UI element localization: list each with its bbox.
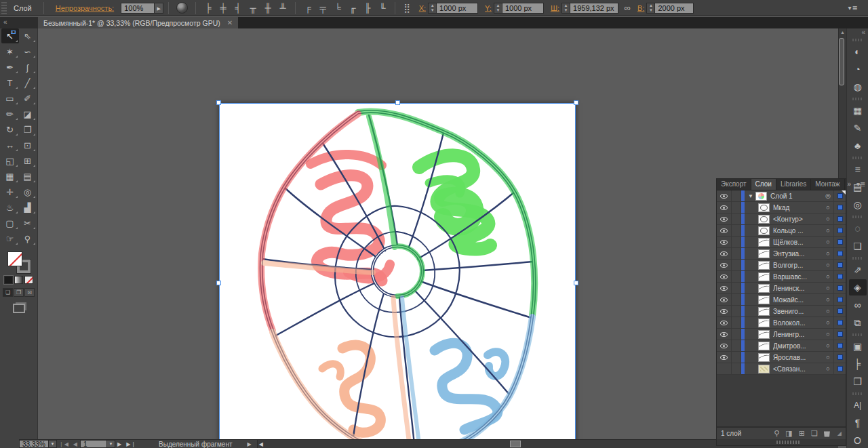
vertical-scroll-thumb[interactable] xyxy=(839,38,844,85)
target-circle-icon[interactable]: ○ xyxy=(823,342,833,349)
layer-name[interactable]: Ленинск... xyxy=(773,285,823,292)
last-artboard-icon[interactable]: ▶❘ xyxy=(126,441,136,447)
align-icon[interactable]: ╞ xyxy=(849,356,867,372)
lock-toggle[interactable] xyxy=(732,283,741,293)
dock-drag-handle[interactable] xyxy=(852,333,863,336)
line-segment-tool[interactable]: ╱ xyxy=(19,75,37,90)
target-circle-icon[interactable]: ○ xyxy=(823,239,833,245)
lock-toggle[interactable] xyxy=(732,306,741,317)
distribute-right-icon[interactable]: ╙ xyxy=(375,1,390,15)
swatches-icon[interactable]: ▦ xyxy=(849,102,867,119)
distribute-top-icon[interactable]: ╒ xyxy=(300,1,315,15)
target-circle-icon[interactable]: ○ xyxy=(823,216,833,222)
paintbrush-tool[interactable]: ✐ xyxy=(19,91,37,106)
lock-toggle[interactable] xyxy=(732,225,741,236)
selection-indicator[interactable] xyxy=(833,306,846,317)
hand-tool[interactable]: ☞ xyxy=(1,231,19,246)
target-circle-icon[interactable]: ○ xyxy=(823,365,833,372)
zoom-level-field[interactable]: 33,33% xyxy=(19,440,49,448)
none-mode-button[interactable] xyxy=(24,276,33,284)
y-value[interactable]: 1000 px xyxy=(502,3,544,14)
layer-row[interactable]: Волокол...○ xyxy=(717,317,846,329)
artboard-dropdown-icon[interactable]: ▼ xyxy=(107,440,115,448)
layer-row[interactable]: Кольцо ...○ xyxy=(717,225,846,237)
target-circle-icon[interactable]: ○ xyxy=(823,204,833,211)
distribute-bottom-icon[interactable]: ╘ xyxy=(330,1,345,15)
x-label[interactable]: X: xyxy=(419,4,426,12)
rectangle-tool[interactable]: ▭ xyxy=(1,91,19,106)
layer-thumbnail[interactable] xyxy=(755,192,767,201)
visibility-toggle[interactable] xyxy=(717,340,732,351)
layer-name[interactable]: Щёлков... xyxy=(773,239,823,246)
height-spinner[interactable]: ▲▼ xyxy=(646,3,654,14)
align-right-icon[interactable]: ╡ xyxy=(231,1,245,15)
character-icon[interactable]: A| xyxy=(849,397,867,413)
selection-indicator[interactable] xyxy=(833,271,846,282)
layer-row[interactable]: <Контур>○ xyxy=(717,213,846,225)
blend-tool[interactable]: ◎ xyxy=(19,184,37,199)
zoom-dropdown-icon[interactable]: ▼ xyxy=(49,440,57,448)
layer-thumbnail[interactable] xyxy=(758,296,770,304)
selection-indicator[interactable] xyxy=(833,248,846,259)
lock-toggle[interactable] xyxy=(732,317,741,328)
artboards-icon[interactable]: ⧉ xyxy=(849,314,867,331)
layer-row[interactable]: Ярослав...○ xyxy=(717,352,846,363)
target-circle-icon[interactable]: ○ xyxy=(823,296,833,303)
gradient-mode-button[interactable] xyxy=(14,276,23,284)
selection-tool[interactable]: ↖ xyxy=(1,28,19,43)
curvature-tool[interactable]: ʃ xyxy=(19,60,37,75)
selection-handle-top-center[interactable] xyxy=(395,100,400,105)
visibility-toggle[interactable] xyxy=(717,190,732,201)
width-label[interactable]: Ш: xyxy=(551,4,559,12)
visibility-toggle[interactable] xyxy=(717,202,732,213)
layer-thumbnail[interactable] xyxy=(758,203,770,212)
selection-indicator[interactable] xyxy=(833,283,846,293)
layer-thumbnail[interactable] xyxy=(758,342,770,350)
lock-toggle[interactable] xyxy=(732,363,741,374)
panel-tab-слои[interactable]: Слои xyxy=(751,179,776,190)
align-bottom-icon[interactable]: ╨ xyxy=(275,1,290,15)
tab-close-icon[interactable]: ✕ xyxy=(227,19,233,26)
mesh-tool[interactable]: ▦ xyxy=(1,169,19,184)
pen-tool[interactable]: ✒ xyxy=(1,60,19,75)
layer-row[interactable]: Дмитров...○ xyxy=(717,340,846,352)
layer-name[interactable]: Слой 1 xyxy=(770,192,823,200)
magic-wand-tool[interactable]: ✶ xyxy=(1,44,19,59)
artboard[interactable] xyxy=(219,103,576,448)
next-artboard-icon[interactable]: ▶ xyxy=(117,441,122,447)
new-layer-icon[interactable]: ❏ xyxy=(811,429,818,438)
panel-tab-монтаж[interactable]: Монтаж xyxy=(811,179,844,190)
lock-toggle[interactable] xyxy=(732,352,741,363)
selection-indicator[interactable] xyxy=(833,237,846,247)
appearance-icon[interactable]: ◌ xyxy=(849,220,867,237)
target-circle-icon[interactable]: ○ xyxy=(823,331,833,338)
layers-horizontal-scrollbar[interactable] xyxy=(717,439,846,445)
y-spinner[interactable]: ▲▼ xyxy=(494,3,502,14)
layer-name[interactable]: <Контур> xyxy=(773,216,823,223)
align-left-icon[interactable]: ╞ xyxy=(201,1,216,15)
color-icon[interactable]: ◐ xyxy=(849,43,867,60)
layer-thumbnail[interactable] xyxy=(758,249,770,258)
opentype-icon[interactable]: O xyxy=(849,432,867,448)
opacity-value[interactable]: 100% xyxy=(121,3,155,14)
panel-tab-libraries[interactable]: Libraries xyxy=(776,179,811,190)
selection-handle-top-right[interactable] xyxy=(574,100,578,105)
layer-row[interactable]: Энтузиа...○ xyxy=(717,248,846,260)
clipping-mask-icon[interactable]: ◨ xyxy=(785,429,792,438)
selection-indicator[interactable] xyxy=(833,202,846,213)
panel-tab-экспорт[interactable]: Экспорт xyxy=(717,179,751,190)
selection-indicator[interactable] xyxy=(833,329,846,340)
opacity-label[interactable]: Непрозрачность: xyxy=(56,4,114,12)
symbol-sprayer-tool[interactable]: ♨ xyxy=(1,200,19,215)
type-tool[interactable]: T xyxy=(1,75,19,90)
dock-collapse-icon[interactable]: « xyxy=(861,28,865,37)
layer-thumbnail[interactable] xyxy=(758,226,770,235)
layer-row[interactable]: Варшавс...○ xyxy=(717,271,846,283)
scroll-left-icon[interactable]: ◀ xyxy=(259,441,263,447)
visibility-toggle[interactable] xyxy=(717,237,732,247)
lock-toggle[interactable] xyxy=(732,213,741,224)
dock-drag-handle[interactable] xyxy=(852,392,863,395)
y-label[interactable]: Y: xyxy=(485,4,492,12)
graphic-styles-icon[interactable]: ❏ xyxy=(849,238,867,254)
layers-panel-menu-icon[interactable]: ▾≣ xyxy=(854,179,868,190)
